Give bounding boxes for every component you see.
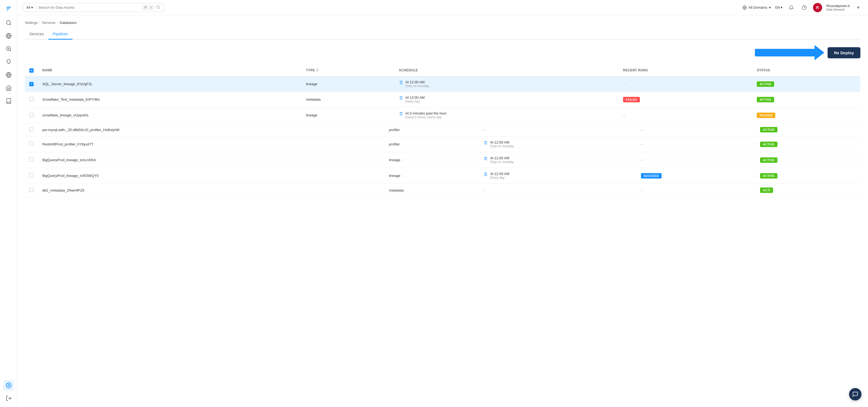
status-column-header: STATUS (752, 65, 860, 76)
schedule-freq: Every day (490, 176, 509, 180)
pipeline-name[interactable]: snowflake_lineage_nUpyrdAL (42, 113, 89, 117)
schedule-time: At 12:00 AM (490, 156, 514, 160)
row-checkbox-cell[interactable] (25, 123, 38, 136)
tab-services[interactable]: Services (25, 29, 48, 40)
table-row: db2_metadata_2NwmfPZ8 metadata -- -- ACT… (25, 184, 860, 197)
breadcrumb-current: Databases (60, 21, 76, 25)
pipelines-table-wrapper: NAME TYPE ▽ SCHEDULE RECENT RUNS STATUS (25, 65, 860, 197)
chevron-down-icon: ▾ (781, 5, 782, 9)
schedule-icon: 🗓 (399, 112, 403, 116)
row-checkbox[interactable] (29, 157, 34, 162)
chevron-down-icon: ▾ (769, 5, 771, 9)
pipeline-name[interactable]: BigQueryProd_lineage_smLnSthA (42, 158, 96, 162)
app-logo[interactable] (3, 3, 14, 14)
domain-selector[interactable]: All Domains ▾ (742, 5, 771, 10)
breadcrumb-settings[interactable]: Settings (25, 21, 38, 25)
breadcrumb-separator: / (39, 21, 40, 25)
help-icon[interactable] (800, 3, 809, 12)
pipeline-name-cell: BigQueryProd_lineage_smLnSthA (38, 152, 384, 168)
row-checkbox-cell[interactable] (25, 152, 38, 168)
top-navigation: All ▾ ⌘ K All Domains ▾ EN ▾ (18, 0, 868, 15)
select-all-checkbox[interactable] (29, 68, 34, 73)
pipeline-name[interactable]: db2_metadata_2NwmfPZ8 (42, 188, 84, 192)
tab-pipelines[interactable]: Pipelines (48, 29, 72, 40)
user-avatar[interactable]: R (813, 3, 822, 12)
row-checkbox-cell[interactable] (25, 107, 38, 123)
table-row: RedshiftProd_profiler_hY8ya37T profiler … (25, 136, 860, 152)
row-checkbox[interactable] (29, 82, 34, 86)
type-cell: lineage (302, 76, 395, 92)
recent-runs-cell: -- (637, 152, 756, 168)
schedule-cell: 🗓 At 12:00 AM Only on monday (479, 152, 637, 168)
pipeline-name[interactable]: Snowflake_Test_metadata_8JPYIftm (42, 97, 100, 101)
pipeline-name-cell: Snowflake_Test_metadata_8JPYIftm (38, 92, 302, 107)
row-checkbox-cell[interactable] (25, 168, 38, 184)
status-badge: ACTIVE (757, 82, 774, 87)
type-cell: lineage (384, 152, 479, 168)
pipelines-table: NAME TYPE ▽ SCHEDULE RECENT RUNS STATUS (25, 65, 860, 123)
table-row: SQL_Server_lineage_8YjVgF2L lineage 🗓 At… (25, 76, 860, 92)
logout-nav-icon[interactable] (3, 393, 14, 404)
row-checkbox-cell[interactable] (25, 184, 38, 197)
row-checkbox-cell[interactable] (25, 92, 38, 107)
pipeline-name-cell: snowflake_lineage_nUpyrdAL (38, 107, 302, 123)
type-column-header: TYPE ▽ (302, 65, 395, 76)
notifications-icon[interactable] (787, 3, 796, 12)
pipeline-name[interactable]: BigQueryProd_lineage_xVE5WQY0 (42, 174, 98, 178)
pipeline-name[interactable]: pw-mysql-with-_25-d8b54c10_profiler_HxBo… (42, 128, 119, 132)
globe-nav-icon[interactable] (3, 69, 14, 80)
breadcrumb-separator: / (57, 21, 58, 25)
pipeline-name[interactable]: RedshiftProd_profiler_hY8ya37T (42, 142, 94, 146)
redeploy-button[interactable]: Re Deploy (828, 47, 860, 58)
type-cell: metadata (302, 92, 395, 107)
breadcrumb-services[interactable]: Services (42, 21, 56, 25)
status-cell: ACTIVE (756, 152, 860, 168)
schedule-icon: 🗓 (399, 80, 403, 85)
row-checkbox[interactable] (29, 173, 34, 178)
book-nav-icon[interactable] (3, 95, 14, 106)
row-checkbox[interactable] (29, 113, 34, 117)
pipelines-table-extra: pw-mysql-with-_25-d8b54c10_profiler_HxBo… (25, 123, 860, 197)
bulb-nav-icon[interactable] (3, 57, 14, 67)
row-checkbox-cell[interactable] (25, 76, 38, 92)
type-filter-icon[interactable]: ▽ (316, 68, 319, 72)
chatbot-bubble[interactable] (849, 388, 862, 401)
search-filter-dropdown[interactable]: All ▾ (26, 5, 36, 9)
search-icon[interactable] (156, 5, 160, 10)
name-column-header: NAME (38, 65, 302, 76)
svg-rect-2 (6, 9, 8, 10)
row-checkbox[interactable] (29, 127, 34, 132)
arrow-indicator (755, 45, 824, 60)
bank-nav-icon[interactable] (3, 83, 14, 93)
recent-runs-cell: -- (637, 184, 756, 197)
search-nav-icon[interactable] (3, 43, 14, 54)
schedule-freq: Only on monday (490, 144, 514, 148)
status-cell: ACTIVE (756, 136, 860, 152)
status-cell: ACTIVE (752, 76, 860, 92)
table-row: BigQueryProd_lineage_smLnSthA lineage 🗓 … (25, 152, 860, 168)
recent-runs-column-header: RECENT RUNS (619, 65, 753, 76)
user-menu-chevron[interactable]: ▾ (854, 3, 863, 12)
status-badge: ACTIVE (757, 97, 774, 102)
row-checkbox[interactable] (29, 97, 34, 101)
topnav-right: All Domains ▾ EN ▾ R Rounakpreet.d Data … (742, 3, 863, 12)
settings-nav-icon[interactable] (3, 380, 14, 391)
schedule-time: At 12:00 AM (490, 140, 514, 144)
analytics-nav-icon[interactable] (3, 30, 14, 41)
search-input[interactable] (38, 5, 140, 9)
type-value: lineage (306, 113, 317, 117)
table-row: Snowflake_Test_metadata_8JPYIftm metadat… (25, 92, 860, 107)
schedule-column-header: SCHEDULE (395, 65, 619, 76)
language-selector[interactable]: EN ▾ (775, 5, 782, 9)
status-badge: ACTIVE (760, 127, 777, 132)
pipeline-name[interactable]: SQL_Server_lineage_8YjVgF2L (42, 82, 93, 86)
user-info[interactable]: Rounakpreet.d Data Steward (827, 4, 849, 11)
search-shortcut-hint: ⌘ K (143, 5, 154, 10)
svg-rect-0 (6, 7, 11, 8)
row-checkbox[interactable] (29, 188, 34, 192)
row-checkbox[interactable] (29, 142, 34, 146)
row-checkbox-cell[interactable] (25, 136, 38, 152)
table-header-row: NAME TYPE ▽ SCHEDULE RECENT RUNS STATUS (25, 65, 860, 76)
select-all-header[interactable] (25, 65, 38, 76)
discover-nav-icon[interactable] (3, 18, 14, 28)
